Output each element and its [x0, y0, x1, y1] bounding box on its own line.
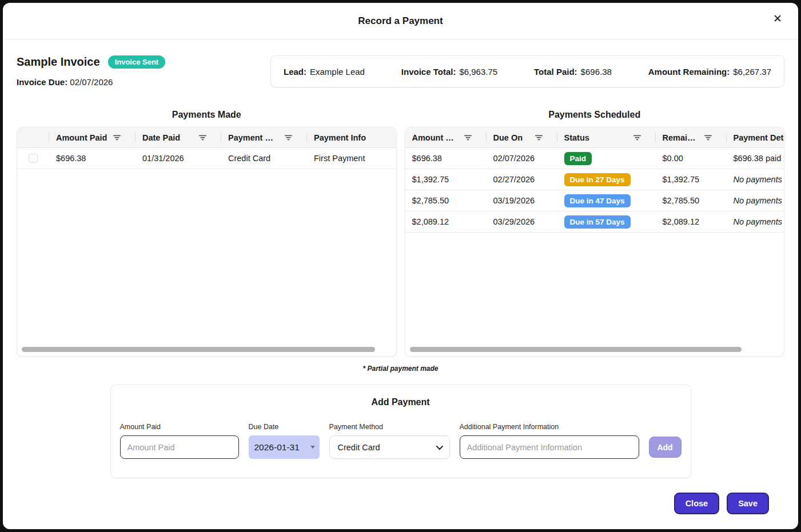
table-row[interactable]: $696.38 01/31/2026 Credit Card First Pay… [17, 148, 396, 169]
due-date-field: Due Date 2026-01-31 [249, 423, 320, 459]
save-button[interactable]: Save [727, 493, 769, 514]
add-payment-form: Amount Paid Due Date 2026-01-31 Payment … [120, 423, 682, 459]
add-payment-title: Add Payment [120, 397, 682, 407]
payments-made-header: Amount Paid Date Paid Payment Met... [17, 127, 396, 148]
modal-footer: Close Save [17, 493, 784, 514]
column-header-payment-info[interactable]: Payment Info [307, 127, 397, 147]
filter-icon[interactable] [199, 135, 206, 141]
additional-info-field: Additional Payment Information [460, 423, 639, 459]
modal-header: Record a Payment ✕ [3, 3, 798, 39]
payment-method-label: Payment Method [329, 423, 450, 431]
filter-icon[interactable] [633, 135, 641, 141]
payments-scheduled-header: Amount Due Due On Status Remaining [405, 127, 784, 148]
due-date-value: 2026-01-31 [254, 442, 300, 453]
modal-title: Record a Payment [3, 15, 798, 27]
payment-details-cell: No payments m [727, 175, 785, 184]
filter-icon[interactable] [113, 135, 121, 141]
invoice-status-badge: Invoice Sent [108, 55, 166, 69]
payments-made-table: Amount Paid Date Paid Payment Met... [17, 127, 397, 357]
payment-method-field: Payment Method Credit Card [329, 423, 450, 459]
row-checkbox[interactable] [29, 154, 38, 163]
amount-due-cell: $2,785.50 [405, 196, 487, 205]
amount-paid-input[interactable] [120, 435, 239, 459]
column-header-status[interactable]: Status [557, 127, 656, 147]
column-header-remaining[interactable]: Remaining [656, 127, 727, 147]
invoice-due-value: 02/07/2026 [70, 77, 113, 87]
payments-scheduled-title: Payments Scheduled [405, 110, 785, 120]
summary-total-paid: Total Paid:$696.38 [534, 67, 612, 77]
column-header-payment-details[interactable]: Payment Detai [727, 127, 785, 147]
invoice-due-label: Invoice Due: [17, 77, 67, 87]
invoice-name: Sample Invoice [17, 55, 100, 69]
due-on-cell: 03/29/2026 [487, 217, 557, 226]
modal-content: Sample Invoice Invoice Sent Invoice Due:… [3, 55, 798, 514]
amount-due-cell: $696.38 [405, 154, 487, 163]
due-on-cell: 03/19/2026 [487, 196, 557, 205]
payments-scheduled-section: Payments Scheduled Amount Due Due On Sta… [405, 110, 785, 357]
payment-info-cell: First Payment [307, 154, 397, 163]
payments-made-section: Payments Made Amount Paid Date Paid [17, 110, 397, 357]
horizontal-scrollbar[interactable] [22, 347, 375, 352]
add-payment-card: Add Payment Amount Paid Due Date 2026-01… [110, 385, 691, 478]
summary-card: Lead:Example Lead Invoice Total:$6,963.7… [270, 55, 784, 87]
status-badge: Due in 57 Days [564, 215, 631, 229]
table-row[interactable]: $2,089.12 03/29/2026 Due in 57 Days $2,0… [405, 211, 784, 233]
top-row: Sample Invoice Invoice Sent Invoice Due:… [17, 55, 784, 87]
column-header-amount-due[interactable]: Amount Due [405, 127, 487, 147]
amount-paid-label: Amount Paid [120, 423, 239, 431]
additional-info-input[interactable] [460, 435, 639, 459]
due-date-label: Due Date [249, 423, 320, 431]
column-header-due-on[interactable]: Due On [487, 127, 557, 147]
payments-made-rows: $696.38 01/31/2026 Credit Card First Pay… [17, 148, 396, 169]
payment-method-value: Credit Card [338, 443, 380, 452]
due-on-cell: 02/27/2026 [487, 175, 557, 184]
table-row[interactable]: $696.38 02/07/2026 Paid $0.00 $696.38 pa… [405, 148, 784, 169]
amount-paid-field: Amount Paid [120, 423, 239, 459]
status-badge: Due in 47 Days [564, 194, 631, 207]
payment-details-cell: $696.38 paid fr [727, 154, 785, 163]
amount-paid-cell: $696.38 [49, 154, 136, 163]
amount-due-cell: $1,392.75 [405, 175, 487, 184]
remaining-cell: $2,089.12 [656, 217, 727, 226]
amount-due-cell: $2,089.12 [405, 217, 487, 226]
status-badge: Due in 27 Days [564, 173, 631, 186]
record-payment-modal: Record a Payment ✕ Sample Invoice Invoic… [3, 3, 798, 529]
payment-details-cell: No payments m [727, 217, 785, 226]
due-on-cell: 02/07/2026 [487, 154, 557, 163]
column-header-amount-paid[interactable]: Amount Paid [49, 127, 136, 147]
chevron-down-icon [436, 443, 443, 450]
payment-method-cell: Credit Card [221, 154, 307, 163]
due-date-input[interactable]: 2026-01-31 [249, 435, 320, 459]
payment-method-select[interactable]: Credit Card [329, 435, 450, 459]
payments-scheduled-rows: $696.38 02/07/2026 Paid $0.00 $696.38 pa… [405, 148, 784, 233]
date-paid-cell: 01/31/2026 [136, 154, 221, 163]
header-checkbox-cell [17, 127, 49, 147]
summary-invoice-total: Invoice Total:$6,963.75 [401, 67, 497, 77]
column-header-date-paid[interactable]: Date Paid [136, 127, 221, 147]
close-button[interactable]: Close [674, 493, 720, 514]
filter-icon[interactable] [464, 135, 472, 141]
calendar-dropdown-icon[interactable] [310, 446, 315, 449]
tables-row: Payments Made Amount Paid Date Paid [17, 110, 784, 357]
table-row[interactable]: $1,392.75 02/27/2026 Due in 27 Days $1,3… [405, 169, 784, 190]
payments-made-title: Payments Made [17, 110, 397, 120]
summary-amount-remaining: Amount Remaining:$6,267.37 [648, 67, 771, 77]
filter-icon[interactable] [285, 135, 292, 141]
invoice-block: Sample Invoice Invoice Sent Invoice Due:… [17, 55, 165, 87]
summary-lead: Lead:Example Lead [284, 67, 365, 77]
filter-icon[interactable] [704, 135, 712, 141]
close-icon[interactable]: ✕ [773, 13, 782, 24]
payments-scheduled-table: Amount Due Due On Status Remaining [405, 127, 785, 357]
table-row[interactable]: $2,785.50 03/19/2026 Due in 47 Days $2,7… [405, 190, 784, 211]
column-header-payment-method[interactable]: Payment Met... [221, 127, 307, 147]
status-badge: Paid [564, 152, 592, 165]
filter-icon[interactable] [535, 135, 543, 141]
add-button[interactable]: Add [649, 437, 682, 458]
invoice-due: Invoice Due: 02/07/2026 [17, 77, 165, 87]
remaining-cell: $0.00 [656, 154, 727, 163]
horizontal-scrollbar[interactable] [410, 347, 742, 352]
remaining-cell: $1,392.75 [656, 175, 727, 184]
remaining-cell: $2,785.50 [656, 196, 727, 205]
partial-payment-footnote: * Partial payment made [17, 365, 784, 373]
additional-info-label: Additional Payment Information [460, 423, 639, 431]
